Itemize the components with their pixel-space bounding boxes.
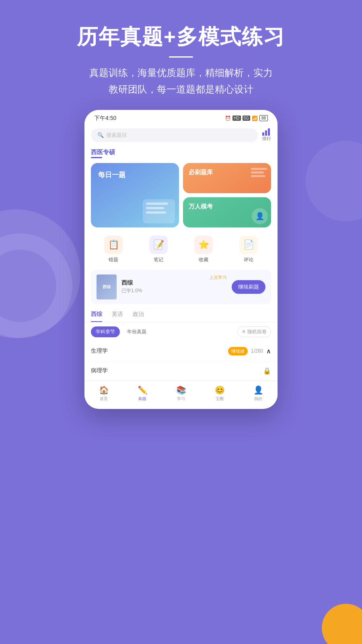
- card-mock-exam[interactable]: 万人模考 👤: [183, 197, 271, 227]
- card-question-bank-label: 必刷题库: [189, 169, 213, 175]
- signal-5g: 5G: [243, 116, 250, 121]
- last-study-label: 上次学习: [209, 275, 227, 281]
- favorites-icon: ⭐: [198, 239, 209, 250]
- filter-row: 学科章节 年份真题 ✕ 随机组卷: [84, 322, 278, 341]
- icon-comments[interactable]: 📄 评论: [239, 235, 258, 263]
- progress-subtitle: 已学1.0%: [121, 287, 204, 294]
- icon-notes[interactable]: 📝 笔记: [149, 235, 168, 263]
- physiology-count: 1/260: [251, 348, 263, 354]
- nav-practice-label: 刷题: [138, 396, 146, 402]
- header-divider: [169, 56, 193, 58]
- ranking-label: 排行: [262, 136, 271, 142]
- home-icon: 🏠: [99, 385, 109, 395]
- alarm-icon: ⏰: [225, 116, 231, 121]
- nav-study-label: 学习: [177, 396, 185, 402]
- wrong-questions-label: 错题: [109, 256, 118, 263]
- subject-tabs: 西综 英语 政治: [84, 306, 278, 322]
- status-time: 下午4:50: [94, 115, 116, 122]
- sub-text-line1: 真题训练，海量优质题库，精细解析，实力: [0, 65, 362, 81]
- sub-text: 真题训练，海量优质题库，精细解析，实力 教研团队，每一道题都是精心设计: [0, 65, 362, 98]
- progress-info: 西综 已学1.0%: [121, 279, 204, 294]
- comments-icon-bg: 📄: [239, 235, 258, 254]
- tab-xizong[interactable]: 西综: [91, 311, 102, 322]
- phone-mockup: 下午4:50 ⏰ HD 5G 📶 88 🔍 搜索题目 排行: [84, 110, 278, 409]
- search-icon: 🔍: [97, 132, 104, 138]
- search-area: 🔍 搜索题目 排行: [84, 125, 278, 145]
- continue-study-button[interactable]: 继续刷题: [232, 280, 265, 294]
- lock-icon: 🔒: [263, 367, 271, 375]
- pencil-icon: ✏️: [138, 385, 148, 395]
- comments-icon: 📄: [243, 239, 254, 250]
- main-title: 历年真题+多模式练习: [0, 24, 362, 49]
- search-input[interactable]: 🔍 搜索题目: [91, 128, 258, 142]
- sub-text-line2: 教研团队，每一道题都是精心设计: [0, 81, 362, 98]
- expand-icon[interactable]: ∧: [266, 347, 271, 355]
- chapter-physiology-name: 生理学: [91, 347, 228, 355]
- wifi-icon: 📶: [252, 116, 258, 121]
- svg-rect-0: [262, 132, 264, 136]
- chapter-pathology-name: 病理学: [91, 367, 263, 374]
- wrong-questions-icon: 📋: [108, 239, 119, 250]
- header-area: 历年真题+多模式练习 真题训练，海量优质题库，精细解析，实力 教研团队，每一道题…: [0, 0, 362, 110]
- svg-rect-1: [265, 130, 267, 136]
- bottom-nav: 🏠 首页 ✏️ 刷题 📚 学习 😊 宝圈 👤 我的: [84, 381, 278, 405]
- progress-card: 西综 西综 已学1.0% 上次学习 继续刷题: [91, 270, 271, 304]
- continue-tag[interactable]: 继续做: [228, 347, 248, 355]
- book-thumbnail: 西综: [97, 275, 117, 299]
- nav-community[interactable]: 😊 宝圈: [215, 385, 225, 402]
- hd-badge: HD: [232, 116, 241, 121]
- svg-rect-2: [268, 128, 270, 136]
- tab-politics[interactable]: 政治: [133, 311, 144, 322]
- section-title: 西医专硕: [84, 145, 278, 160]
- nav-practice[interactable]: ✏️ 刷题: [138, 385, 148, 402]
- phone-wrapper: 下午4:50 ⏰ HD 5G 📶 88 🔍 搜索题目 排行: [84, 110, 278, 409]
- card-daily-label: 每日一题: [98, 171, 125, 179]
- status-bar: 下午4:50 ⏰ HD 5G 📶 88: [84, 110, 278, 125]
- wrong-questions-icon-bg: 📋: [104, 235, 123, 254]
- random-icon: ✕: [242, 329, 246, 334]
- random-label: 随机组卷: [247, 328, 267, 335]
- nav-profile[interactable]: 👤 我的: [253, 385, 263, 402]
- card-question-bank-deco: [251, 168, 267, 177]
- nav-study[interactable]: 📚 学习: [176, 385, 186, 402]
- notes-label: 笔记: [154, 256, 163, 263]
- chapter-row-physiology[interactable]: 生理学 继续做 1/260 ∧: [84, 341, 278, 361]
- orange-circle-decoration: [322, 604, 362, 644]
- icon-favorites[interactable]: ⭐ 收藏: [194, 235, 213, 263]
- book-label: 西综: [103, 284, 111, 290]
- comments-label: 评论: [244, 256, 253, 263]
- nav-home[interactable]: 🏠 首页: [99, 385, 109, 402]
- filter-year[interactable]: 年份真题: [124, 326, 150, 337]
- notes-icon-bg: 📝: [149, 235, 168, 254]
- battery-icon: 88: [259, 115, 268, 121]
- notes-icon: 📝: [153, 239, 164, 250]
- profile-icon: 👤: [253, 385, 263, 395]
- icon-wrong-questions[interactable]: 📋 错题: [104, 235, 123, 263]
- bg-circle-right: [306, 141, 362, 221]
- random-compose-button[interactable]: ✕ 随机组卷: [237, 326, 271, 337]
- card-question-bank[interactable]: 必刷题库: [183, 163, 271, 193]
- progress-title: 西综: [121, 279, 204, 287]
- book-icon: 📚: [176, 385, 186, 395]
- nav-profile-label: 我的: [254, 396, 262, 402]
- nav-community-label: 宝圈: [216, 396, 224, 402]
- ranking-button[interactable]: 排行: [262, 128, 271, 142]
- card-daily-decoration: [143, 199, 175, 223]
- favorites-label: 收藏: [199, 256, 208, 263]
- tab-english[interactable]: 英语: [112, 311, 123, 322]
- chart-icon: [262, 128, 271, 136]
- card-mock-label: 万人模考: [189, 203, 213, 210]
- mock-deco: 👤: [252, 208, 268, 224]
- status-icons: ⏰ HD 5G 📶 88: [225, 115, 268, 121]
- smiley-icon: 😊: [215, 385, 225, 395]
- icon-row: 📋 错题 📝 笔记 ⭐ 收藏 📄 评论: [84, 231, 278, 268]
- favorites-icon-bg: ⭐: [194, 235, 213, 254]
- cards-grid: 每日一题 必刷题库: [84, 160, 278, 231]
- nav-home-label: 首页: [100, 396, 108, 402]
- search-placeholder: 搜索题目: [106, 132, 127, 139]
- card-daily[interactable]: 每日一题: [91, 163, 179, 227]
- filter-chapter[interactable]: 学科章节: [91, 326, 120, 337]
- chapter-row-pathology[interactable]: 病理学 🔒: [84, 361, 278, 381]
